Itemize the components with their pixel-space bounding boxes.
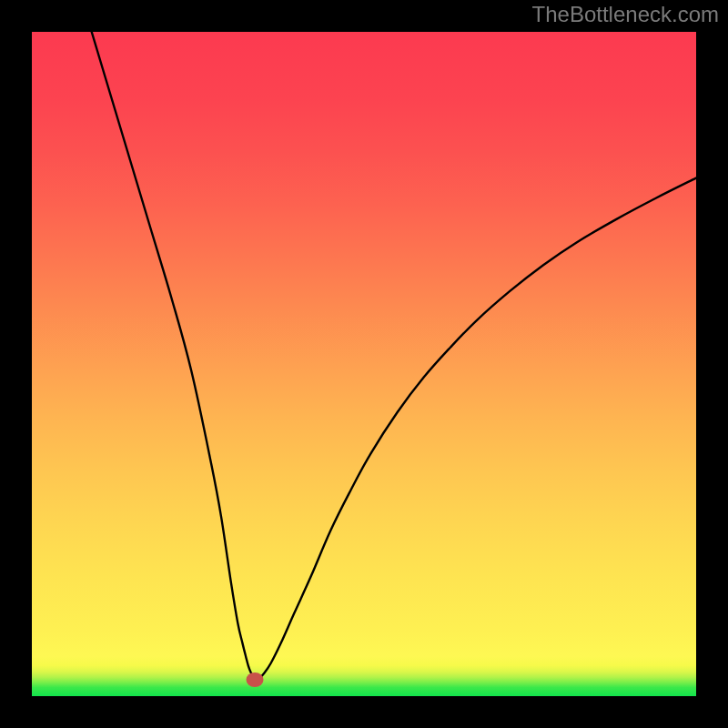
bottleneck-curve xyxy=(32,32,696,696)
watermark-text: TheBottleneck.com xyxy=(532,2,719,27)
minimum-marker xyxy=(246,672,263,687)
plot-area xyxy=(32,32,696,696)
chart-frame: TheBottleneck.com xyxy=(0,0,728,728)
